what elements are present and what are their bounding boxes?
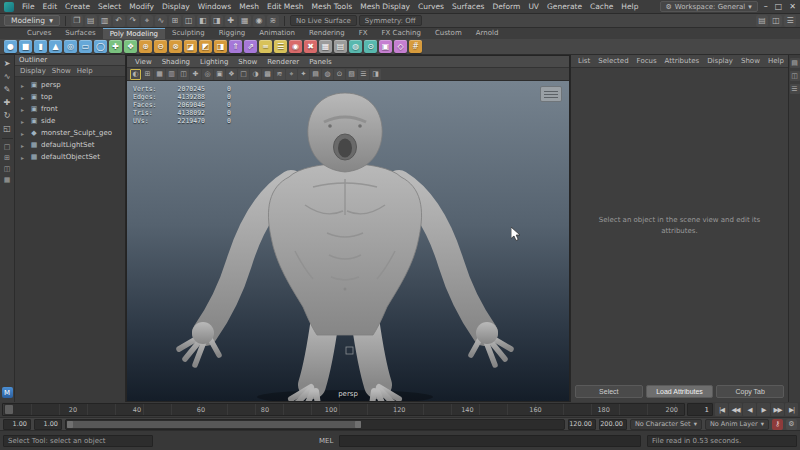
attribute-editor-menu-item[interactable]: List xyxy=(574,57,594,65)
time-ruler[interactable]: 120406080100120140160180200 xyxy=(2,403,685,416)
toolbox-tool-icon[interactable]: ✚ xyxy=(1,96,14,109)
mel-label[interactable]: MEL xyxy=(319,437,333,445)
shelf-tool-icon[interactable]: ▮ xyxy=(34,40,47,53)
viewport-menu-item[interactable]: Show xyxy=(233,58,262,66)
playback-button[interactable]: ▶▶ xyxy=(771,403,784,416)
range-slider-bar[interactable] xyxy=(67,421,361,428)
toolbox-tool-icon[interactable]: ➤ xyxy=(1,57,14,70)
status-tool-icon[interactable]: ≋ xyxy=(267,15,279,27)
attribute-editor-menu-item[interactable]: Attributes xyxy=(661,57,704,65)
layout-shortcut-icon[interactable]: ⊞ xyxy=(1,153,13,163)
shelf-tool-icon[interactable]: ✚ xyxy=(109,40,122,53)
outliner-menu-item[interactable]: Show xyxy=(50,67,73,75)
shelf-tool-icon[interactable]: ■ xyxy=(19,40,32,53)
menu-item[interactable]: Surfaces xyxy=(448,2,488,11)
shelf-tool-icon[interactable]: ▣ xyxy=(379,40,392,53)
outliner-item[interactable]: ▸ ▦ defaultObjectSet xyxy=(15,151,125,163)
status-tool-icon[interactable]: ◧ xyxy=(197,15,209,27)
shelf-tab[interactable]: Rendering xyxy=(302,28,352,39)
expand-arrow-icon[interactable]: ▸ xyxy=(21,82,27,89)
shelf-tool-icon[interactable]: ◩ xyxy=(199,40,212,53)
exposure-toggle-icon[interactable]: ◐ xyxy=(130,69,141,80)
shelf-tool-icon[interactable]: ◍ xyxy=(349,40,362,53)
viewport-tool-icon[interactable]: ≋ xyxy=(274,69,285,80)
creature-model[interactable] xyxy=(127,81,569,401)
attribute-editor-menu-item[interactable]: Focus xyxy=(633,57,661,65)
shelf-tool-icon[interactable]: ▲ xyxy=(49,40,62,53)
outliner-item[interactable]: ▸ ▣ top xyxy=(15,91,125,103)
modeling-toolkit-badge[interactable]: M xyxy=(2,387,13,398)
menu-item[interactable]: Display xyxy=(158,2,194,11)
layout-shortcut-icon[interactable]: ▦ xyxy=(1,175,13,185)
viewport-tool-icon[interactable]: ⊞ xyxy=(142,69,153,80)
shelf-tool-icon[interactable]: ▭ xyxy=(79,40,92,53)
expand-arrow-icon[interactable]: ▸ xyxy=(21,142,27,149)
shelf-tool-icon[interactable]: ◨ xyxy=(214,40,227,53)
shelf-tab[interactable]: Custom xyxy=(428,28,469,39)
playback-button[interactable]: ◀◀ xyxy=(729,403,742,416)
menu-item[interactable]: Cache xyxy=(586,2,617,11)
playback-button[interactable]: ◀ xyxy=(743,403,756,416)
shelf-tab[interactable]: Animation xyxy=(252,28,302,39)
menu-item[interactable]: Modify xyxy=(125,2,158,11)
menu-item[interactable]: Edit Mesh xyxy=(263,2,308,11)
panel-toggle-icon[interactable]: ▤ xyxy=(790,58,800,68)
shelf-tool-icon[interactable]: ⊖ xyxy=(154,40,167,53)
outliner-menu-item[interactable]: Display xyxy=(18,67,48,75)
shelf-tab[interactable]: Arnold xyxy=(469,28,506,39)
viewport-tool-icon[interactable]: ◍ xyxy=(322,69,333,80)
expand-arrow-icon[interactable]: ▸ xyxy=(21,106,27,113)
toolbox-tool-icon[interactable]: ✎ xyxy=(1,83,14,96)
animation-end-field[interactable]: 200.00 xyxy=(599,419,627,430)
menu-item[interactable]: Generate xyxy=(543,2,586,11)
viewport-tool-icon[interactable]: ☰ xyxy=(358,69,369,80)
viewport-tool-icon[interactable]: ❖ xyxy=(226,69,237,80)
shelf-tool-icon[interactable]: ☰ xyxy=(274,40,287,53)
range-slider[interactable] xyxy=(65,419,565,430)
current-frame-field[interactable]: 1 xyxy=(687,403,713,416)
viewport-tool-icon[interactable]: ▣ xyxy=(214,69,225,80)
status-tool-icon[interactable]: ▥ xyxy=(99,15,111,27)
status-tool-icon[interactable]: ▦ xyxy=(239,15,251,27)
shelf-tab[interactable]: Surfaces xyxy=(58,28,102,39)
sidebar-toggle-icon[interactable]: ◫ xyxy=(770,15,782,27)
playback-button[interactable]: ▶| xyxy=(785,403,798,416)
menu-item[interactable]: Mesh Tools xyxy=(308,2,357,11)
workspace-selector[interactable]: ⚙ Workspace: General ▾ xyxy=(660,1,758,12)
viewport-menu-item[interactable]: Panels xyxy=(304,58,337,66)
menu-item[interactable]: Select xyxy=(94,2,125,11)
menu-item[interactable]: Curves xyxy=(414,2,448,11)
viewport-tool-icon[interactable]: ▥ xyxy=(166,69,177,80)
playback-button[interactable]: ▶ xyxy=(757,403,770,416)
shelf-tool-icon[interactable]: # xyxy=(409,40,422,53)
character-set-dropdown[interactable]: No Character Set ▾ xyxy=(630,419,702,430)
attribute-editor-menu-item[interactable]: Selected xyxy=(594,57,632,65)
status-tool-icon[interactable]: ⌖ xyxy=(141,15,153,27)
viewport-tool-icon[interactable]: ✦ xyxy=(298,69,309,80)
expand-arrow-icon[interactable]: ▸ xyxy=(21,130,27,137)
status-tool-icon[interactable]: ⊞ xyxy=(169,15,181,27)
status-tool-icon[interactable]: ∿ xyxy=(155,15,167,27)
shelf-tool-icon[interactable]: ⊕ xyxy=(139,40,152,53)
layout-shortcut-icon[interactable]: ◫ xyxy=(1,164,13,174)
viewport-tool-icon[interactable]: ◫ xyxy=(178,69,189,80)
menu-item[interactable]: Deform xyxy=(488,2,524,11)
shelf-tool-icon[interactable]: ◯ xyxy=(94,40,107,53)
outliner-item[interactable]: ▸ ▣ front xyxy=(15,103,125,115)
playback-start-field[interactable]: 1.00 xyxy=(34,419,62,430)
layout-shortcut-icon[interactable]: □ xyxy=(1,142,13,152)
shelf-tool-icon[interactable]: ≡ xyxy=(259,40,272,53)
shelf-tab[interactable]: FX xyxy=(352,28,375,39)
copy-tab-button[interactable]: Copy Tab xyxy=(716,385,784,398)
status-chip[interactable]: Symmetry: Off xyxy=(359,15,422,26)
outliner-item[interactable]: ▸ ◆ monster_Sculpt_geo xyxy=(15,127,125,139)
viewport-menu-item[interactable]: View xyxy=(130,58,157,66)
window-control-button[interactable]: ✕ xyxy=(789,2,796,11)
shelf-tab[interactable]: Sculpting xyxy=(165,28,212,39)
scene-view[interactable]: Verts: 2070245 0 Edges: 4139288 0 Faces:… xyxy=(127,81,569,401)
menu-item[interactable]: UV xyxy=(524,2,543,11)
viewport-tool-icon[interactable]: ✚ xyxy=(190,69,201,80)
window-control-button[interactable]: □ xyxy=(775,2,783,11)
shelf-tool-icon[interactable]: ◪ xyxy=(184,40,197,53)
playback-end-field[interactable]: 120.00 xyxy=(568,419,596,430)
